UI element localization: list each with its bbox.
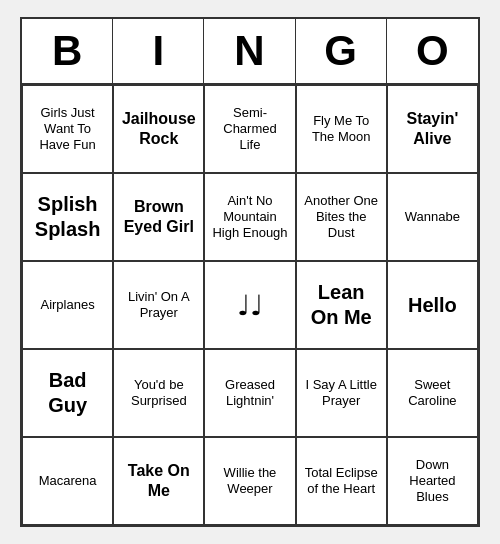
bingo-cell-17: Greased Lightnin' — [204, 349, 295, 437]
bingo-letter-i: I — [113, 19, 204, 83]
bingo-header: BINGO — [22, 19, 478, 85]
bingo-cell-7: Ain't No Mountain High Enough — [204, 173, 295, 261]
bingo-letter-o: O — [387, 19, 478, 83]
bingo-cell-22: Willie the Weeper — [204, 437, 295, 525]
bingo-cell-19: Sweet Caroline — [387, 349, 478, 437]
bingo-cell-9: Wannabe — [387, 173, 478, 261]
bingo-cell-3: Fly Me To The Moon — [296, 85, 387, 173]
bingo-cell-4: Stayin' Alive — [387, 85, 478, 173]
bingo-cell-18: I Say A Little Prayer — [296, 349, 387, 437]
bingo-card: BINGO Girls Just Want To Have FunJailhou… — [20, 17, 480, 527]
bingo-cell-2: Semi-Charmed Life — [204, 85, 295, 173]
bingo-cell-23: Total Eclipse of the Heart — [296, 437, 387, 525]
bingo-letter-g: G — [296, 19, 387, 83]
bingo-cell-20: Macarena — [22, 437, 113, 525]
bingo-cell-12: ♩♩ — [204, 261, 295, 349]
bingo-cell-21: Take On Me — [113, 437, 204, 525]
bingo-cell-13: Lean On Me — [296, 261, 387, 349]
bingo-cell-6: Brown Eyed Girl — [113, 173, 204, 261]
bingo-cell-15: Bad Guy — [22, 349, 113, 437]
bingo-cell-24: Down Hearted Blues — [387, 437, 478, 525]
bingo-cell-5: Splish Splash — [22, 173, 113, 261]
bingo-cell-16: You'd be Surprised — [113, 349, 204, 437]
bingo-cell-0: Girls Just Want To Have Fun — [22, 85, 113, 173]
bingo-cell-10: Airplanes — [22, 261, 113, 349]
bingo-cell-8: Another One Bites the Dust — [296, 173, 387, 261]
bingo-cell-1: Jailhouse Rock — [113, 85, 204, 173]
bingo-grid: Girls Just Want To Have FunJailhouse Roc… — [22, 85, 478, 525]
bingo-letter-n: N — [204, 19, 295, 83]
bingo-cell-11: Livin' On A Prayer — [113, 261, 204, 349]
bingo-cell-14: Hello — [387, 261, 478, 349]
bingo-letter-b: B — [22, 19, 113, 83]
